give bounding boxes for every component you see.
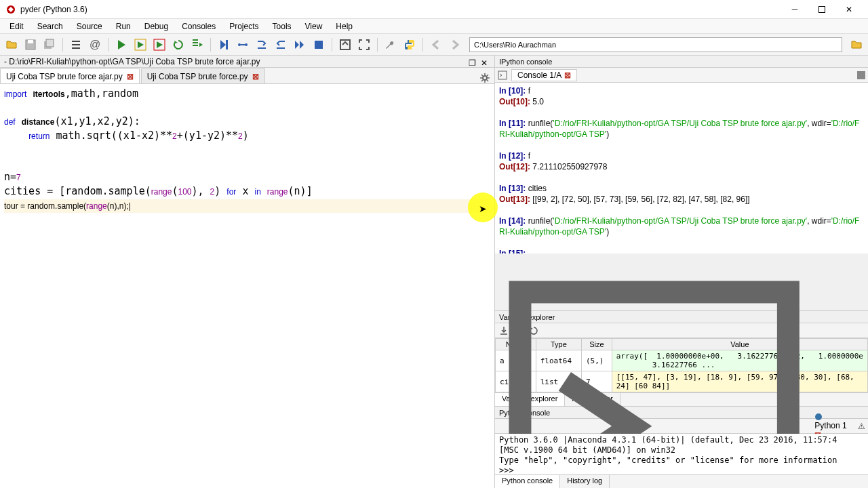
menu-source[interactable]: Source bbox=[70, 20, 109, 33]
menu-projects[interactable]: Projects bbox=[222, 20, 265, 33]
preferences-button[interactable] bbox=[382, 36, 399, 54]
at-button[interactable]: @ bbox=[86, 36, 104, 54]
save-button[interactable] bbox=[22, 36, 39, 54]
ipython-console[interactable]: In [10]: f Out[10]: 5.0 In [11]: runfile… bbox=[495, 83, 868, 253]
editor-close-icon[interactable]: ✕ bbox=[481, 57, 490, 66]
step-button[interactable] bbox=[234, 36, 252, 54]
play-cell-icon bbox=[134, 39, 146, 51]
debug-button[interactable] bbox=[215, 36, 233, 54]
stop-icon bbox=[313, 39, 325, 51]
svg-point-13 bbox=[483, 76, 487, 80]
tab-python-console[interactable]: Python console bbox=[495, 475, 560, 488]
titlebar: pyder (Python 3.6) ─ ✕ bbox=[0, 0, 868, 19]
editor-newwindow-icon[interactable]: ❐ bbox=[469, 57, 478, 66]
menu-view[interactable]: View bbox=[298, 20, 330, 33]
folder-open-icon bbox=[850, 39, 863, 51]
pyconsole-tabs: Python 1 ⊠ ⚠ bbox=[495, 419, 868, 434]
continue-button[interactable] bbox=[291, 36, 309, 54]
menu-debug[interactable]: Debug bbox=[138, 20, 175, 33]
maximize-pane-button[interactable] bbox=[336, 36, 354, 54]
browse-button[interactable] bbox=[848, 36, 865, 54]
menu-consoles[interactable]: Consoles bbox=[175, 20, 222, 33]
fullscreen-icon bbox=[358, 39, 370, 51]
play-cell-next-icon bbox=[153, 39, 165, 51]
svg-rect-11 bbox=[315, 41, 323, 49]
ipython-pane-title: IPython console bbox=[495, 56, 868, 68]
menu-run[interactable]: Run bbox=[109, 20, 138, 33]
ipython-tabs: Console 1/A ⊠ bbox=[495, 68, 868, 83]
python-console-pane: Python console Python 1 ⊠ ⚠ Python 3.6.0… bbox=[495, 406, 868, 488]
python-icon bbox=[403, 39, 416, 51]
minimize-button[interactable]: ─ bbox=[781, 1, 808, 18]
cursor-icon: ➤ bbox=[479, 203, 487, 214]
close-icon[interactable]: ⊠ bbox=[127, 72, 134, 81]
ipython-tab[interactable]: Console 1/A ⊠ bbox=[511, 69, 577, 81]
svg-rect-1 bbox=[819, 6, 825, 12]
pyconsole-bottom-tabs: Python console History log bbox=[495, 474, 868, 488]
editor-tab-1-label: Uji Coba TSP brute force ajar.py bbox=[6, 72, 123, 81]
console-open-icon[interactable] bbox=[498, 70, 507, 80]
run-cell-button[interactable] bbox=[132, 36, 149, 54]
back-button[interactable] bbox=[427, 36, 445, 54]
step-out-button[interactable] bbox=[272, 36, 290, 54]
debug-icon bbox=[218, 39, 230, 51]
python-icon bbox=[814, 413, 823, 421]
list-icon bbox=[70, 39, 82, 51]
menu-edit[interactable]: Edit bbox=[3, 20, 31, 33]
menubar: Edit Search Source Run Debug Consoles Pr… bbox=[0, 19, 868, 34]
list-button[interactable] bbox=[67, 36, 85, 54]
warning-icon: ⚠ bbox=[858, 422, 865, 431]
editor-tabs: Uji Coba TSP brute force ajar.py ⊠ Uji C… bbox=[0, 68, 494, 84]
play-icon bbox=[115, 39, 127, 51]
workdir-input[interactable] bbox=[469, 37, 842, 52]
right-pane: IPython console Console 1/A ⊠ In [10]: f… bbox=[495, 56, 868, 488]
svg-rect-5 bbox=[46, 39, 54, 47]
editor-tab-2[interactable]: Uji Coba TSP brute force.py ⊠ bbox=[141, 68, 265, 83]
save-icon bbox=[24, 39, 37, 51]
editor-tab-1[interactable]: Uji Coba TSP brute force ajar.py ⊠ bbox=[0, 68, 140, 83]
forward-button[interactable] bbox=[446, 36, 464, 54]
close-icon[interactable]: ⊠ bbox=[252, 72, 259, 81]
svg-rect-8 bbox=[226, 40, 228, 49]
ipython-tab-label: Console 1/A bbox=[517, 70, 561, 80]
saveall-button[interactable] bbox=[41, 36, 58, 54]
pyconsole-tab-label: Python 1 bbox=[814, 421, 846, 430]
open-button[interactable] bbox=[3, 36, 20, 54]
svg-point-10 bbox=[245, 43, 248, 46]
kernel-indicator bbox=[857, 71, 865, 79]
menu-tools[interactable]: Tools bbox=[266, 20, 298, 33]
svg-point-17 bbox=[815, 413, 822, 420]
gear-icon[interactable] bbox=[479, 73, 490, 83]
tab-history-log[interactable]: History log bbox=[560, 475, 610, 488]
run-selection-button[interactable] bbox=[189, 36, 206, 54]
reload-icon bbox=[172, 39, 184, 51]
continue-icon bbox=[294, 39, 306, 51]
menu-search[interactable]: Search bbox=[31, 20, 70, 33]
pythonpath-button[interactable] bbox=[401, 36, 418, 54]
close-icon[interactable]: ⊠ bbox=[564, 70, 571, 80]
run-button[interactable] bbox=[113, 36, 130, 54]
run-sel-icon bbox=[191, 39, 203, 51]
fullscreen-button[interactable] bbox=[355, 36, 373, 54]
svg-point-9 bbox=[238, 43, 241, 46]
step-in-icon bbox=[256, 39, 268, 51]
svg-rect-3 bbox=[28, 40, 33, 43]
saveall-icon bbox=[43, 39, 56, 51]
editor-tab-2-label: Uji Coba TSP brute force.py bbox=[147, 72, 248, 81]
menu-help[interactable]: Help bbox=[329, 20, 359, 33]
folder-icon bbox=[5, 39, 18, 51]
wrench-icon bbox=[384, 39, 397, 51]
maximize-button[interactable] bbox=[808, 1, 835, 18]
close-button[interactable]: ✕ bbox=[835, 1, 863, 18]
step-in-button[interactable] bbox=[253, 36, 271, 54]
run-cell-advance-button[interactable] bbox=[151, 36, 168, 54]
step-out-icon bbox=[275, 39, 287, 51]
step-icon bbox=[237, 39, 249, 51]
rerun-button[interactable] bbox=[170, 36, 187, 54]
stop-button[interactable] bbox=[310, 36, 328, 54]
forward-icon bbox=[449, 39, 461, 51]
window-title: pyder (Python 3.6) bbox=[20, 5, 781, 14]
code-editor[interactable]: import itertools,math,random def distanc… bbox=[0, 84, 494, 488]
python-console[interactable]: Python 3.6.0 |Anaconda 4.3.1 (64-bit)| (… bbox=[495, 434, 868, 474]
svg-rect-14 bbox=[498, 71, 507, 79]
